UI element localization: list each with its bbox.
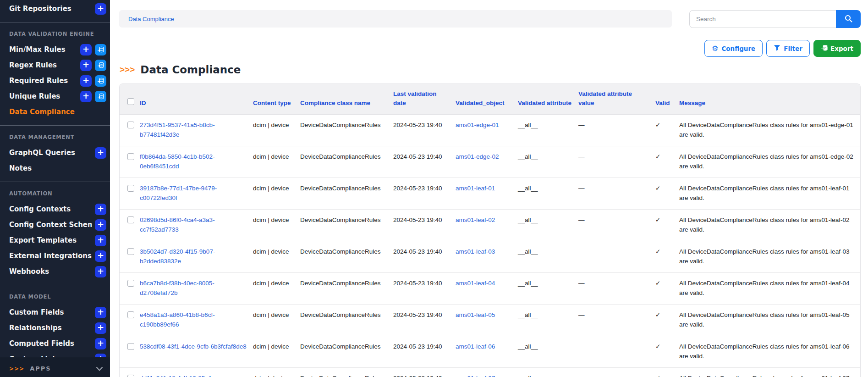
validated-object-link[interactable]: ams01-leaf-07 [456,375,495,377]
sidebar-item-webhooks[interactable]: Webhooks+ [0,264,110,279]
col-header-id[interactable]: ID [140,84,253,115]
message-cell: All DeviceDataComplianceRules class rule… [679,146,860,178]
sidebar-section: DATA MANAGEMENTGraphQL Queries+Notes [0,126,110,182]
add-config-contexts-button[interactable]: + [95,204,106,215]
col-header-validated-object[interactable]: Validated_object [456,84,518,115]
add-git-repositories-button[interactable]: + [95,3,106,15]
table-row: 273d4f51-9537-41a5-b8cb-b77481f42d3edcim… [120,115,860,146]
col-header-message[interactable]: Message [679,84,860,115]
sidebar-item-computed-fields[interactable]: Computed Fields+ [0,336,110,351]
add-external-integrations-button[interactable]: + [95,250,106,262]
sidebar-item-config-context-schemas[interactable]: Config Context Schemas+ [0,217,110,233]
sidebar-item-label: Min/Max Rules [9,45,77,54]
chevron-down-icon[interactable] [96,364,103,373]
row-checkbox[interactable] [127,343,134,350]
validated-object-link[interactable]: ams01-leaf-03 [456,248,495,255]
sidebar-item-config-contexts[interactable]: Config Contexts+ [0,201,110,217]
record-id-link[interactable]: 538cdf08-43f1-4dce-9cfb-6b3fcfaf8de8 [140,343,247,350]
record-id-link[interactable]: 39187b8e-77d1-47be-9479-c00722fed30f [140,185,217,201]
content-type-cell: dcim | device [253,178,300,210]
validated-object-link[interactable]: ams01-leaf-06 [456,343,495,350]
validated-attribute-value-cell: — [578,368,655,377]
validated-attribute-value-cell: — [578,146,655,178]
import-required-rules-button[interactable] [95,75,106,87]
sidebar-item-notes[interactable]: Notes [0,161,110,176]
record-id-link[interactable]: b6ca7b8d-f38b-40ec-8005-d2708efaf72b [140,280,214,296]
sidebar-item-export-templates[interactable]: Export Templates+ [0,233,110,248]
validated-object-link[interactable]: ams01-edge-02 [456,153,499,160]
sidebar-item-unique-rules[interactable]: Unique Rules+ [0,89,110,104]
col-header-validated-attribute-value[interactable]: Validated attribute value [578,84,655,115]
validated-object-link[interactable]: ams01-leaf-05 [456,311,495,318]
sidebar-item-required-rules[interactable]: Required Rules+ [0,73,110,89]
row-checkbox[interactable] [127,280,134,287]
sidebar-section-title: DATA MANAGEMENT [0,133,110,141]
row-checkbox-cell [120,241,140,273]
record-id-link[interactable]: 273d4f51-9537-41a5-b8cb-b77481f42d3e [140,122,215,138]
validated-object-link[interactable]: ams01-leaf-01 [456,185,495,192]
row-checkbox[interactable] [127,375,134,377]
search-input[interactable] [689,10,836,28]
sidebar-item-data-compliance[interactable]: Data Compliance [0,104,110,120]
add-custom-fields-button[interactable]: + [95,307,106,318]
sidebar-item-custom-fields[interactable]: Custom Fields+ [0,305,110,320]
row-checkbox[interactable] [127,122,134,128]
row-checkbox-cell [120,178,140,210]
select-all-checkbox[interactable] [127,98,134,105]
add-required-rules-button[interactable]: + [80,75,92,87]
sidebar-item-external-integrations[interactable]: External Integrations+ [0,248,110,264]
row-checkbox[interactable] [127,216,134,223]
filter-label: Filter [784,45,802,52]
message-cell: All DeviceDataComplianceRules class rule… [679,336,860,368]
export-button[interactable]: Export [813,40,861,57]
add-config-context-schemas-button[interactable]: + [95,219,106,231]
sidebar-item-relationships[interactable]: Relationships+ [0,320,110,336]
row-checkbox[interactable] [127,248,134,255]
col-header-compliance-class-name[interactable]: Compliance class name [300,84,393,115]
sidebar-footer-apps[interactable]: >>> APPS [0,357,110,377]
row-checkbox[interactable] [127,185,134,192]
add-unique-rules-button[interactable]: + [80,91,92,102]
validated-object-link[interactable]: ams01-leaf-04 [456,280,495,287]
sidebar-item-min-max-rules[interactable]: Min/Max Rules+ [0,42,110,57]
valid-flag-cell: ✓ [655,146,679,178]
validated-object-link[interactable]: ams01-edge-01 [456,122,499,128]
configure-label: Configure [721,45,755,52]
sidebar-item-regex-rules[interactable]: Regex Rules+ [0,57,110,73]
sidebar-item-label: Data Compliance [9,108,106,116]
search-icon [845,15,852,24]
row-checkbox[interactable] [127,153,134,160]
import-unique-rules-button[interactable] [95,91,106,102]
breadcrumb-link-data-compliance[interactable]: Data Compliance [128,16,174,22]
record-id-link[interactable]: dd11c241-18cf-4b13-85a1- [140,375,214,377]
col-header-content-type[interactable]: Content type [253,84,300,115]
filter-button[interactable]: Filter [766,40,810,57]
record-id-link[interactable]: 3b5024d7-d320-4f15-9b07-b2dded83832e [140,248,215,265]
add-webhooks-button[interactable]: + [95,266,106,277]
add-min-max-rules-button[interactable]: + [80,44,92,55]
search-button[interactable] [836,10,861,28]
validated-attribute-value-cell: — [578,241,655,273]
sidebar-item-label: Webhooks [9,267,92,276]
add-relationships-button[interactable]: + [95,322,106,334]
record-id-link[interactable]: 02698d5d-86f0-4ca4-a3a3-cc7f52ad7733 [140,216,215,233]
message-cell: All DeviceDataComplianceRules class rule… [679,241,860,273]
add-regex-rules-button[interactable]: + [80,60,92,71]
record-id-link[interactable]: f0b864da-5850-4c1b-b502-0eb6f8451cdd [140,153,215,170]
configure-button[interactable]: ⚙ Configure [704,40,763,57]
add-graphql-queries-button[interactable]: + [95,147,106,159]
validated-object-link[interactable]: ams01-leaf-02 [456,216,495,223]
col-header-last-validation-date[interactable]: Last validation date [393,84,456,115]
add-computed-fields-button[interactable]: + [95,338,106,349]
col-header-validated-attribute[interactable]: Validated attribute [518,84,578,115]
col-header-valid[interactable]: Valid [655,84,679,115]
record-id-link[interactable]: e458a1a3-a860-41b8-b6cf-c190bb89ef66 [140,311,215,328]
add-export-templates-button[interactable]: + [95,235,106,246]
sidebar-item-git-repositories[interactable]: Git Repositories+ [0,1,110,17]
data-table: ID Content type Compliance class name La… [119,83,861,377]
row-checkbox[interactable] [127,311,134,318]
import-regex-rules-button[interactable] [95,60,106,71]
import-min-max-rules-button[interactable] [95,44,106,55]
last-validation-date-cell: 2024-05-23 19:40 [393,146,456,178]
sidebar-item-graphql-queries[interactable]: GraphQL Queries+ [0,145,110,161]
